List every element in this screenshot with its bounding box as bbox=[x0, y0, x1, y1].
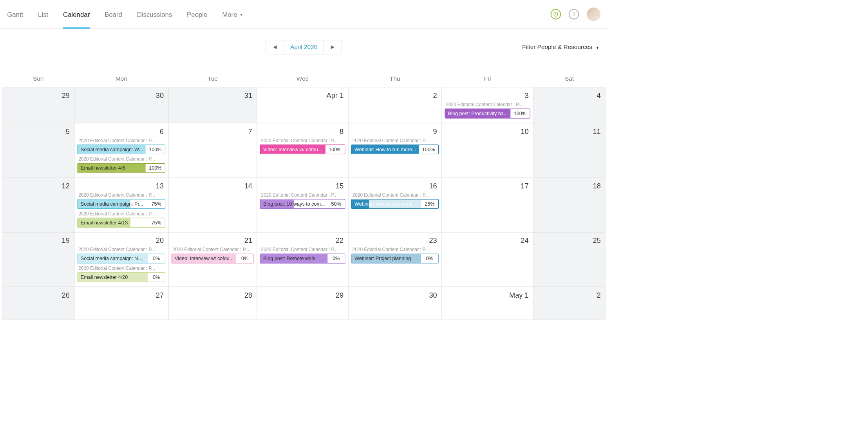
event-title: Video: Interview w/ cofou... bbox=[172, 254, 236, 263]
calendar-cell[interactable]: 2 bbox=[348, 87, 442, 123]
calendar-cell[interactable]: 11 bbox=[533, 123, 606, 177]
date-label: 8 bbox=[259, 126, 346, 137]
day-header: Fri bbox=[442, 75, 533, 87]
calendar-event[interactable]: Email newsletter 4/6100% bbox=[77, 163, 165, 173]
help-icon[interactable] bbox=[569, 9, 579, 20]
event-title: Webinar: How to communi... bbox=[352, 200, 421, 208]
calendar-event[interactable]: Blog post: Remote work0% bbox=[260, 254, 345, 264]
calendar-cell[interactable]: 202020 Editorial Content Calendar : P...… bbox=[74, 232, 168, 287]
date-label: 16 bbox=[350, 181, 440, 192]
calendar-cell[interactable]: 212020 Editorial Content Calendar : P...… bbox=[168, 232, 257, 287]
date-label: 14 bbox=[170, 181, 255, 192]
calendar-cell[interactable]: 232020 Editorial Content Calendar : P...… bbox=[348, 232, 442, 287]
date-label: 5 bbox=[4, 126, 72, 137]
date-label: 19 bbox=[4, 235, 72, 247]
calendar-week: 2627282930May 12 bbox=[2, 287, 606, 320]
calendar-cell[interactable]: 27 bbox=[74, 287, 168, 320]
calendar-event[interactable]: Webinar: Project planning0% bbox=[351, 254, 439, 264]
calendar-cell[interactable]: 7 bbox=[168, 123, 257, 177]
tab-discussions[interactable]: Discussions bbox=[137, 0, 172, 28]
calendar-event[interactable]: Social media campaign: Pr...75% bbox=[77, 199, 165, 209]
calendar-event[interactable]: Video: Interview w/ cofou...0% bbox=[172, 254, 254, 264]
calendar-cell[interactable]: 32020 Editorial Content Calendar : P...B… bbox=[442, 87, 533, 123]
calendar-cell[interactable]: 10 bbox=[442, 123, 533, 177]
calendar-cell[interactable]: 25 bbox=[533, 232, 606, 287]
event-group-label: 2020 Editorial Content Calendar : P... bbox=[350, 192, 440, 199]
current-month-label[interactable]: April 2020 bbox=[284, 40, 324, 54]
calendar-cell[interactable]: 2 bbox=[533, 287, 606, 320]
calendar-cell[interactable]: 62020 Editorial Content Calendar : P...S… bbox=[74, 123, 168, 177]
calendar-cell[interactable]: 30 bbox=[74, 87, 168, 123]
date-label: 28 bbox=[170, 290, 255, 301]
calendar-event[interactable]: Social media campaign: W...100% bbox=[77, 145, 165, 154]
prev-month-button[interactable]: ◄ bbox=[266, 40, 284, 54]
date-label: 31 bbox=[170, 90, 255, 101]
calendar-cell[interactable]: 31 bbox=[168, 87, 257, 123]
calendar-event[interactable]: Email newsletter 4/200% bbox=[77, 272, 165, 282]
calendar-cell[interactable]: 26 bbox=[2, 287, 74, 320]
calendar-cell[interactable]: 4 bbox=[533, 87, 606, 123]
calendar-event[interactable]: Webinar: How to run more...100% bbox=[351, 145, 439, 154]
calendar-cell[interactable]: 14 bbox=[168, 178, 257, 232]
calendar-cell[interactable]: 162020 Editorial Content Calendar : P...… bbox=[348, 178, 442, 232]
calendar-cell[interactable]: 152020 Editorial Content Calendar : P...… bbox=[257, 178, 348, 232]
calendar-event[interactable]: Social media campaign: N...0% bbox=[77, 254, 165, 264]
calendar-cell[interactable]: 5 bbox=[2, 123, 74, 177]
day-header: Tue bbox=[168, 75, 257, 87]
calendar-cell[interactable]: 132020 Editorial Content Calendar : P...… bbox=[74, 178, 168, 232]
event-percent: 100% bbox=[326, 145, 345, 154]
event-group-label: 2020 Editorial Content Calendar : P... bbox=[443, 101, 531, 108]
calendar-cell[interactable]: 24 bbox=[442, 232, 533, 287]
tab-more[interactable]: More▼ bbox=[222, 0, 243, 28]
calendar-cell[interactable]: Apr 1 bbox=[257, 87, 348, 123]
clock-icon[interactable] bbox=[551, 9, 561, 20]
date-label: 22 bbox=[259, 235, 346, 247]
next-month-button[interactable]: ► bbox=[324, 40, 342, 54]
calendar-cell[interactable]: May 1 bbox=[442, 287, 533, 320]
calendar-cell[interactable]: 30 bbox=[348, 287, 442, 320]
calendar-cell[interactable]: 29 bbox=[257, 287, 348, 320]
calendar-event[interactable]: Webinar: How to communi...25% bbox=[351, 199, 439, 209]
event-percent: 100% bbox=[419, 145, 438, 154]
date-label: May 1 bbox=[443, 290, 531, 301]
day-header: Sat bbox=[533, 75, 606, 87]
date-label: 4 bbox=[535, 90, 603, 101]
date-label: 24 bbox=[443, 235, 531, 247]
date-label: 2 bbox=[535, 290, 603, 301]
day-header-row: SunMonTueWedThuFriSat bbox=[2, 75, 606, 87]
tab-people[interactable]: People bbox=[187, 0, 207, 28]
event-percent: 100% bbox=[146, 164, 165, 172]
calendar-toolbar: ◄ April 2020 ► Filter People & Resources… bbox=[0, 29, 608, 62]
calendar-event[interactable]: Blog post: Productivity ha...100% bbox=[445, 108, 530, 118]
tab-list[interactable]: List bbox=[38, 0, 48, 28]
calendar-week: 293031Apr 1232020 Editorial Content Cale… bbox=[2, 87, 606, 123]
tab-calendar[interactable]: Calendar bbox=[63, 0, 90, 28]
calendar-cell[interactable]: 29 bbox=[2, 87, 74, 123]
calendar-cell[interactable]: 19 bbox=[2, 232, 74, 287]
calendar-event[interactable]: Video: Interview w/ cofou...100% bbox=[260, 145, 345, 154]
day-header: Mon bbox=[74, 75, 168, 87]
chevron-down-icon: ▼ bbox=[239, 13, 243, 17]
event-percent: 75% bbox=[148, 200, 165, 208]
user-avatar[interactable] bbox=[587, 7, 600, 21]
tab-board[interactable]: Board bbox=[105, 0, 122, 28]
calendar-cell[interactable]: 12 bbox=[2, 178, 74, 232]
event-group-label: 2020 Editorial Content Calendar : P... bbox=[76, 137, 166, 145]
filter-people-button[interactable]: Filter People & Resources ▼ bbox=[522, 43, 599, 51]
calendar-cell[interactable]: 82020 Editorial Content Calendar : P...V… bbox=[257, 123, 348, 177]
tab-gantt[interactable]: Gantt bbox=[7, 0, 23, 28]
calendar-event[interactable]: Email newsletter 4/1375% bbox=[77, 218, 165, 228]
date-label: 2 bbox=[350, 90, 440, 101]
date-label: 29 bbox=[259, 290, 346, 301]
calendar-cell[interactable]: 18 bbox=[533, 178, 606, 232]
calendar-event[interactable]: Blog post: 10 ways to com...50% bbox=[260, 199, 345, 209]
event-title: Blog post: Productivity ha... bbox=[445, 109, 511, 118]
date-label: 25 bbox=[535, 235, 603, 247]
chevron-down-icon: ▼ bbox=[595, 45, 599, 50]
calendar-cell[interactable]: 92020 Editorial Content Calendar : P...W… bbox=[348, 123, 442, 177]
calendar-cell[interactable]: 17 bbox=[442, 178, 533, 232]
calendar-cell[interactable]: 28 bbox=[168, 287, 257, 320]
calendar-cell[interactable]: 222020 Editorial Content Calendar : P...… bbox=[257, 232, 348, 287]
topnav-right bbox=[551, 7, 600, 21]
event-group-label: 2020 Editorial Content Calendar : P... bbox=[76, 156, 166, 163]
